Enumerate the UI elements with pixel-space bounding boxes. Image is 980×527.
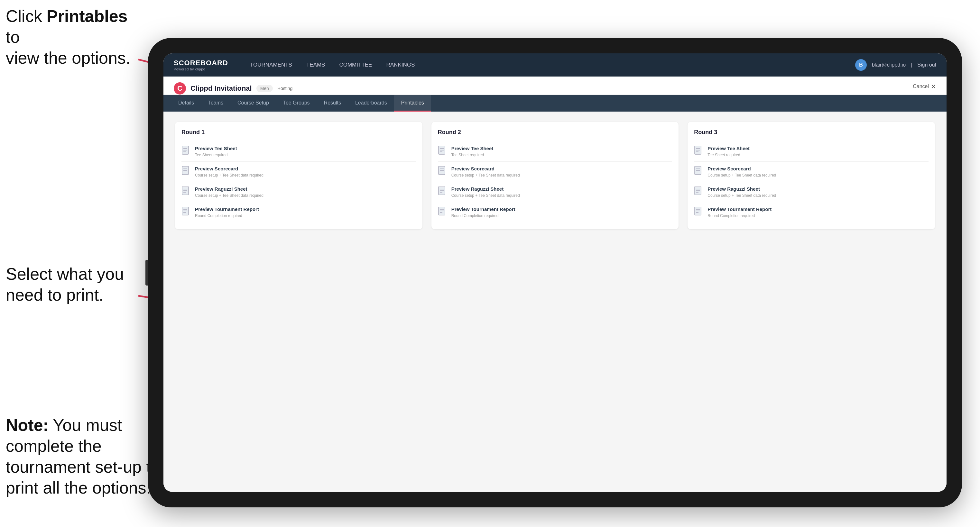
round2-tournament-report-info: Preview Tournament Report Round Completi… (452, 206, 673, 218)
round1-scorecard-name: Preview Scorecard (195, 166, 416, 172)
round2-tournament-report-name: Preview Tournament Report (452, 206, 673, 213)
round2-tee-sheet[interactable]: Preview Tee Sheet Tee Sheet required (438, 141, 673, 162)
nav-tournaments[interactable]: TOURNAMENTS (243, 59, 299, 71)
round1-tournament-report-req: Round Completion required (195, 214, 416, 219)
round3-raguzzi-req: Course setup + Tee Sheet data required (708, 193, 929, 198)
round1-raguzzi-req: Course setup + Tee Sheet data required (195, 193, 416, 198)
tournament-logo-icon: C (174, 82, 186, 95)
r3-raguzzi-icon (694, 186, 703, 197)
r2-tournament-report-icon (438, 207, 447, 217)
r2-tee-sheet-icon (438, 146, 447, 156)
round2-tee-sheet-name: Preview Tee Sheet (452, 145, 673, 152)
round1-tournament-report[interactable]: Preview Tournament Report Round Completi… (181, 202, 416, 222)
round3-tournament-report-req: Round Completion required (708, 214, 929, 219)
round2-tournament-report-req: Round Completion required (452, 214, 673, 219)
round2-tournament-report[interactable]: Preview Tournament Report Round Completi… (438, 202, 673, 222)
scoreboard-logo: SCOREBOARD Powered by clippd (174, 59, 228, 71)
nav-rankings[interactable]: RANKINGS (380, 59, 421, 71)
round1-raguzzi-name: Preview Raguzzi Sheet (195, 186, 416, 192)
round1-scorecard[interactable]: Preview Scorecard Course setup + Tee She… (181, 162, 416, 182)
round2-scorecard-name: Preview Scorecard (452, 166, 673, 172)
raguzzi-icon (181, 186, 191, 197)
round3-raguzzi[interactable]: Preview Raguzzi Sheet Course setup + Tee… (694, 182, 929, 202)
round-3-section: Round 3 (687, 122, 935, 229)
logo-subtitle: Powered by clippd (174, 67, 228, 71)
user-avatar: B (855, 59, 867, 71)
tablet-side-button (145, 260, 148, 286)
tab-details[interactable]: Details (171, 95, 201, 111)
tab-teams[interactable]: Teams (201, 95, 231, 111)
hosting-badge: Hosting (277, 86, 293, 91)
round3-raguzzi-info: Preview Raguzzi Sheet Course setup + Tee… (708, 186, 929, 198)
r3-tournament-report-icon (694, 207, 703, 217)
tournament-info: C Clippd Invitational Men Hosting (174, 82, 293, 95)
tab-results[interactable]: Results (317, 95, 348, 111)
nav-committee[interactable]: COMMITTEE (332, 59, 379, 71)
round3-scorecard-info: Preview Scorecard Course setup + Tee She… (708, 166, 929, 178)
round3-scorecard-name: Preview Scorecard (708, 166, 929, 172)
round2-raguzzi[interactable]: Preview Raguzzi Sheet Course setup + Tee… (438, 182, 673, 202)
r2-raguzzi-icon (438, 186, 447, 197)
tab-leaderboards[interactable]: Leaderboards (348, 95, 394, 111)
annotation-top: Click Printables toview the options. (6, 6, 141, 68)
tablet-screen: SCOREBOARD Powered by clippd TOURNAMENTS… (164, 53, 947, 492)
tablet-shell: SCOREBOARD Powered by clippd TOURNAMENTS… (148, 38, 962, 507)
r2-scorecard-icon (438, 166, 447, 176)
annotation-bold-printables: Printables (47, 7, 127, 25)
round2-raguzzi-req: Course setup + Tee Sheet data required (452, 193, 673, 198)
annotation-note-bold: Note: (6, 416, 49, 434)
round2-scorecard-req: Course setup + Tee Sheet data required (452, 173, 673, 178)
round2-scorecard-info: Preview Scorecard Course setup + Tee She… (452, 166, 673, 178)
tab-printables[interactable]: Printables (394, 95, 431, 111)
round2-tee-sheet-req: Tee Sheet required (452, 153, 673, 158)
app-content: SCOREBOARD Powered by clippd TOURNAMENTS… (164, 53, 947, 492)
round3-tee-sheet[interactable]: Preview Tee Sheet Tee Sheet required (694, 141, 929, 162)
cancel-x-icon: ✕ (931, 83, 936, 90)
round3-raguzzi-name: Preview Raguzzi Sheet (708, 186, 929, 192)
round2-tee-sheet-info: Preview Tee Sheet Tee Sheet required (452, 145, 673, 157)
user-email: blair@clippd.io (872, 62, 906, 68)
round2-scorecard[interactable]: Preview Scorecard Course setup + Tee She… (438, 162, 673, 182)
round3-tournament-report-info: Preview Tournament Report Round Completi… (708, 206, 929, 218)
logo-title: SCOREBOARD (174, 59, 228, 67)
round1-scorecard-info: Preview Scorecard Course setup + Tee She… (195, 166, 416, 178)
round1-tee-sheet[interactable]: Preview Tee Sheet Tee Sheet required (181, 141, 416, 162)
tournament-badge-men: Men (256, 85, 273, 92)
nav-items: TOURNAMENTS TEAMS COMMITTEE RANKINGS (243, 59, 855, 71)
round-1-section: Round 1 (175, 122, 422, 229)
tee-sheet-icon (181, 146, 191, 156)
scorecard-icon (181, 166, 191, 176)
round-3-title: Round 3 (694, 129, 929, 136)
tournament-report-icon (181, 207, 191, 217)
round3-tournament-report-name: Preview Tournament Report (708, 206, 929, 213)
round3-tee-sheet-name: Preview Tee Sheet (708, 145, 929, 152)
round3-scorecard[interactable]: Preview Scorecard Course setup + Tee She… (694, 162, 929, 182)
round3-tee-sheet-req: Tee Sheet required (708, 153, 929, 158)
r3-tee-sheet-icon (694, 146, 703, 156)
round1-scorecard-req: Course setup + Tee Sheet data required (195, 173, 416, 178)
round-2-title: Round 2 (438, 129, 673, 136)
nav-teams[interactable]: TEAMS (300, 59, 332, 71)
nav-right: B blair@clippd.io | Sign out (855, 59, 936, 71)
round3-scorecard-req: Course setup + Tee Sheet data required (708, 173, 929, 178)
tournament-header: C Clippd Invitational Men Hosting Cancel… (164, 76, 947, 95)
round-2-section: Round 2 (431, 122, 679, 229)
round1-tournament-report-info: Preview Tournament Report Round Completi… (195, 206, 416, 218)
round2-raguzzi-info: Preview Raguzzi Sheet Course setup + Tee… (452, 186, 673, 198)
round1-tee-sheet-name: Preview Tee Sheet (195, 145, 416, 152)
tab-course-setup[interactable]: Course Setup (231, 95, 276, 111)
annotation-mid: Select what you need to print. (6, 264, 141, 305)
cancel-button[interactable]: Cancel ✕ (913, 83, 936, 94)
round1-tee-sheet-req: Tee Sheet required (195, 153, 416, 158)
round-1-title: Round 1 (181, 129, 416, 136)
tab-tee-groups[interactable]: Tee Groups (276, 95, 317, 111)
round3-tournament-report[interactable]: Preview Tournament Report Round Completi… (694, 202, 929, 222)
round1-raguzzi[interactable]: Preview Raguzzi Sheet Course setup + Tee… (181, 182, 416, 202)
round1-tournament-report-name: Preview Tournament Report (195, 206, 416, 213)
round1-tee-sheet-info: Preview Tee Sheet Tee Sheet required (195, 145, 416, 157)
round3-tee-sheet-info: Preview Tee Sheet Tee Sheet required (708, 145, 929, 157)
sign-out-link[interactable]: Sign out (917, 62, 936, 68)
tournament-name: Clippd Invitational (191, 84, 252, 93)
top-nav: SCOREBOARD Powered by clippd TOURNAMENTS… (164, 53, 947, 76)
rounds-grid: Round 1 (175, 122, 935, 229)
